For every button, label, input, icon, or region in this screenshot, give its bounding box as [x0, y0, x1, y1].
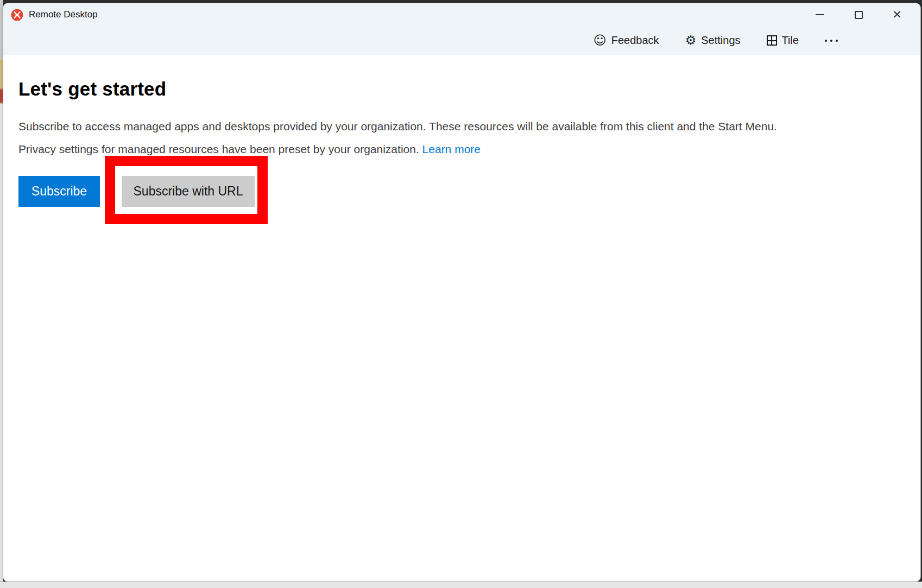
gear-icon: ⚙	[685, 34, 697, 47]
learn-more-link[interactable]: Learn more	[422, 143, 481, 155]
tile-label: Tile	[782, 34, 799, 47]
window-title: Remote Desktop	[29, 9, 98, 20]
settings-label: Settings	[701, 34, 740, 47]
minimize-icon	[816, 14, 824, 15]
page-title: Let's get started	[18, 78, 166, 100]
screen: Remote Desktop ✕ ☺ Feedback	[0, 0, 922, 588]
close-icon: ✕	[892, 9, 902, 21]
maximize-button[interactable]	[850, 7, 867, 23]
more-options-button[interactable]	[825, 40, 838, 42]
feedback-label: Feedback	[611, 34, 659, 47]
remote-desktop-app-icon	[11, 9, 23, 21]
desktop-bottom-strip	[0, 581, 922, 588]
main-content: Let's get started Subscribe to access ma…	[3, 55, 920, 581]
subscribe-with-url-button[interactable]: Subscribe with URL	[122, 176, 255, 207]
close-button[interactable]: ✕	[889, 7, 905, 23]
tile-view-button[interactable]: Tile	[767, 34, 799, 47]
window-header: Remote Desktop ✕ ☺ Feedback	[3, 3, 920, 55]
subscribe-description: Subscribe to access managed apps and des…	[18, 120, 777, 133]
remote-desktop-window: Remote Desktop ✕ ☺ Feedback	[3, 3, 921, 582]
toolbar: ☺ Feedback ⚙ Settings Tile	[3, 26, 920, 55]
settings-button[interactable]: ⚙ Settings	[685, 34, 741, 47]
minimize-button[interactable]	[812, 7, 828, 23]
titlebar: Remote Desktop ✕	[3, 3, 920, 26]
subscribe-button[interactable]: Subscribe	[18, 176, 100, 207]
window-controls: ✕	[812, 7, 915, 23]
maximize-icon	[855, 11, 863, 19]
privacy-text: Privacy settings for managed resources h…	[18, 143, 481, 156]
smiley-icon: ☺	[593, 34, 607, 47]
tile-grid-icon	[767, 35, 777, 46]
feedback-button[interactable]: ☺ Feedback	[593, 34, 659, 47]
action-buttons: Subscribe Subscribe with URL	[18, 176, 255, 207]
privacy-text-body: Privacy settings for managed resources h…	[18, 143, 419, 155]
ellipsis-icon	[825, 40, 838, 42]
